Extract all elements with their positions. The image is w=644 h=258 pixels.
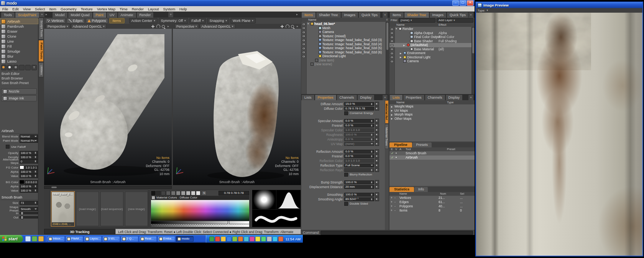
shading-dropdown[interactable]: Advanced OpenGL▾ [71,24,107,29]
reflection-type-dropdown[interactable]: Full Scene [344,164,374,167]
item-row[interactable]: (new item) [301,58,389,63]
mini-slider[interactable] [375,142,379,146]
statistics-tab[interactable]: Statistics [389,187,414,192]
collapse-minus-button[interactable]: - [394,204,396,208]
start-button[interactable]: start [0,235,23,243]
tool-button[interactable]: Airbrush [0,19,38,24]
chevron-down-icon[interactable]: ▾ [487,9,488,12]
work-plane-dropdown[interactable]: Work Plane▾ [230,18,256,23]
edges-mode-button[interactable]: Edges [67,18,85,23]
item-row[interactable]: Texture: (mixed) [301,34,389,38]
bg-alpha-field[interactable]: 100.0 % [20,184,38,189]
alpha-gradient-bar[interactable] [151,224,249,227]
reflection-rays-field[interactable] [344,168,374,172]
mini-slider[interactable] [375,159,379,163]
displacement-distance-field[interactable]: 20 mm [344,185,374,189]
tool-button[interactable]: Smudge [0,49,38,54]
maximize-button[interactable]: ▢ [460,0,466,6]
gray-swatch[interactable] [181,191,186,195]
visibility-eye-icon[interactable] [302,43,306,45]
expand-arrow-icon[interactable]: ▼ [307,23,310,25]
visibility-eye-icon[interactable] [390,52,394,55]
visibility-eye-icon[interactable] [302,31,306,33]
menu-item[interactable]: Texture [81,7,93,11]
info-tab[interactable]: Info [414,187,428,192]
collapse-minus-button[interactable]: - [394,208,396,213]
visibility-eye-icon[interactable] [390,40,394,42]
spinner[interactable] [34,160,37,163]
rotate-icon[interactable] [156,25,160,28]
bg-color-field[interactable]: 0.0 0.0 0.0 [25,180,38,184]
expand-arrow-icon[interactable]: ▶ [391,109,394,112]
fg-alpha-field[interactable]: 100.0 % [20,170,38,174]
mini-slider[interactable] [375,149,379,154]
tray-icon[interactable] [215,237,220,241]
visibility-eye-icon[interactable] [302,23,306,25]
fg-color-field[interactable]: 1.0 1.0 1.0 [25,165,38,170]
material-side-tab[interactable]: Material Trans [385,124,389,149]
spinner[interactable] [370,181,373,184]
statistics-row[interactable]: + - Polygons 40... ... [389,204,475,208]
visibility-eye-icon[interactable] [302,35,306,37]
panel-tab[interactable]: Properties [403,94,425,100]
use-falloff-checkbox[interactable] [6,145,10,149]
expand-plus-button[interactable]: + [391,200,393,204]
falloff-dropdown[interactable]: Falloff▾ [189,18,206,23]
filter-dropdown[interactable]: (none)▾ [399,18,435,23]
panel-tab[interactable]: Items [301,12,316,18]
zoom-icon[interactable] [291,25,294,28]
menu-item[interactable]: Select [35,7,45,11]
item-row[interactable]: Texture: Image: head_bake_final_02d (4) [301,42,389,46]
smoothing-field[interactable]: 100.0 % [344,193,374,197]
gray-swatch[interactable] [171,191,176,195]
view-type-dropdown[interactable]: Perspective▾ [46,24,70,29]
pipeline-tab[interactable]: Pipeline [389,142,412,147]
menu-item[interactable]: Time [120,7,128,11]
visibility-eye-icon[interactable] [390,60,394,63]
taskbar-window-button[interactable]: 2 Q... [121,236,138,242]
layout-tab[interactable]: Model Quad [68,12,93,18]
tray-icon[interactable] [267,237,272,241]
collapse-minus-button[interactable]: - [394,196,396,200]
tray-icon[interactable] [250,237,255,241]
mini-slider[interactable] [375,163,379,167]
panel-tab[interactable]: Shader Tree [404,12,429,18]
shader-tree-row[interactable]: ▼ Render [389,27,475,31]
tool-button[interactable]: Lasso [0,59,38,64]
mini-slider[interactable] [375,192,379,197]
tool-button[interactable]: Clone [0,34,38,39]
shader-tree-row[interactable]: Final Color Output Final Color [389,35,475,39]
zoom-icon[interactable] [162,25,165,28]
symmetry-dropdown[interactable]: Symmetry: Off▾ [159,18,188,23]
add-layer-dropdown[interactable]: Add Layer▾ [437,18,473,23]
tray-icon[interactable] [255,237,260,241]
tray-icon[interactable] [221,237,226,241]
visibility-eye-icon[interactable] [390,56,394,58]
snapping-dropdown[interactable]: Snapping▾ [207,18,229,23]
specular-fresnel-field[interactable]: 0.0 % [344,124,374,127]
roughness-field[interactable]: 100.0 % [344,133,374,137]
polygons-mode-button[interactable]: Polygons [86,18,108,23]
image-cell[interactable]: (new image) (new image) [125,192,148,226]
tray-icon[interactable] [244,237,249,241]
specular-amount-field[interactable]: 0.0 % [344,119,374,123]
extra-tool-button[interactable]: Nozzle [1,88,37,94]
map-list-row[interactable]: ▶ Weight Maps [389,104,475,109]
expand-plus-button[interactable]: + [391,196,393,200]
statistics-row[interactable]: + - Edges 61... ... [389,200,475,204]
workspace-tab[interactable]: Tools [1,12,15,18]
bg-color-swatch[interactable] [20,180,24,184]
window-titlebar[interactable]: modo – ▢ ✕ [0,0,475,6]
menu-item[interactable]: Item [49,7,56,11]
view-type-dropdown[interactable]: Perspective▾ [174,24,199,29]
visibility-eye-icon[interactable] [302,55,306,58]
mini-slider[interactable] [375,168,379,172]
shader-tree-row[interactable]: ▶ Environment [389,51,475,55]
spinner[interactable] [34,170,37,173]
mini-slider[interactable] [375,197,379,201]
workspace-tab[interactable]: Sculpt/Paint [15,12,39,18]
taskbar-clock[interactable]: 11:54 AM [286,237,301,241]
image-cell[interactable]: (load sequence) (load sequence) [100,192,123,226]
panel-tab[interactable]: Properties [315,94,337,100]
rotate-icon[interactable] [286,25,289,28]
